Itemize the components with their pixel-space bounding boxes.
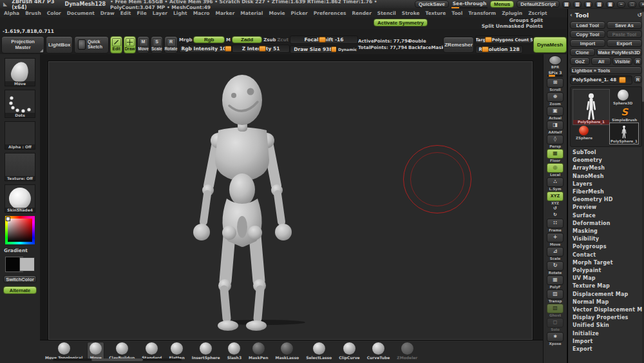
alternate-button[interactable]: Alternate	[3, 286, 37, 294]
goz-button[interactable]: GoZ	[570, 57, 590, 65]
lightbox-tools-button[interactable]: Lightbox » Tools	[570, 66, 642, 74]
mrgb-button[interactable]: Mrgb	[179, 37, 192, 43]
active-tool-slider[interactable]: PolySphere_1. 48	[570, 75, 632, 84]
right-shelf-button[interactable]: ▦ Floor	[547, 149, 564, 162]
subpalette-section[interactable]: Texture Map	[570, 282, 642, 290]
resolution-slider[interactable]: Resolution 128	[475, 45, 523, 54]
brush-item[interactable]: ClayBuildup	[106, 342, 137, 360]
menu-item[interactable]: Material	[240, 10, 263, 16]
subpalette-section[interactable]: Import	[570, 338, 642, 346]
zremesher-button[interactable]: ZRemesher	[443, 37, 474, 53]
menu-item[interactable]: Stencil	[377, 10, 396, 16]
focal-shift-slider[interactable]: Focal Shift -16	[290, 35, 358, 44]
subpalette-section[interactable]: Masking	[570, 228, 642, 235]
tray-scrollbar[interactable]	[53, 358, 182, 361]
make-polymesh3d-button[interactable]: Make PolyMesh3D	[596, 48, 642, 56]
collapse-chevron-icon[interactable]: ‹	[570, 12, 573, 18]
brush-item[interactable]: ClipCurve	[336, 342, 362, 360]
zsub-button[interactable]: Zsub	[263, 37, 276, 43]
subpalette-section[interactable]: Surface	[570, 212, 642, 220]
save-as-button[interactable]: Save As	[607, 21, 642, 29]
bpr-render-button[interactable]: BPR	[549, 55, 562, 69]
right-shelf-button[interactable]: ↻	[547, 212, 563, 218]
see-through-slider[interactable]: See-through	[451, 1, 488, 8]
texture-thumbnail[interactable]: Texture: Off	[5, 153, 35, 181]
menu-item[interactable]: Color	[47, 10, 61, 16]
menu-item[interactable]: Brush	[25, 10, 41, 16]
menu-item[interactable]: Marker	[216, 10, 235, 16]
alpha-thumbnail[interactable]: Alpha : Off	[5, 121, 35, 150]
brush-item[interactable]: MaskPen	[246, 342, 270, 360]
paste-tool-button[interactable]: Paste Tool	[607, 30, 642, 38]
subpalette-section[interactable]: Geometry HD	[570, 196, 642, 204]
subpalette-section[interactable]: FiberMesh	[570, 188, 642, 196]
menu-item[interactable]: Edit	[120, 10, 131, 16]
m-button[interactable]: M	[226, 37, 231, 43]
secondary-color-swatch[interactable]	[19, 257, 35, 271]
clone-button[interactable]: Clone	[570, 48, 595, 56]
subpalette-section[interactable]: Vector Displacement Map	[570, 306, 642, 314]
projection-master-button[interactable]: Projection Master	[1, 36, 44, 54]
see-through-track[interactable]	[451, 7, 488, 8]
right-shelf-button[interactable]: ⊕ Zoom	[547, 92, 564, 106]
menu-item[interactable]: Render	[352, 10, 371, 16]
subpalette-section[interactable]: Polygroups	[570, 243, 642, 251]
right-shelf-button[interactable]: ∴ L.Sym	[547, 177, 564, 191]
menu-item[interactable]: Light	[173, 10, 187, 16]
right-shelf-button[interactable]: ∗ Xpose	[547, 332, 564, 346]
menu-item[interactable]: Draw	[100, 10, 115, 16]
subpalette-section[interactable]: Geometry	[570, 157, 642, 164]
right-shelf-button[interactable]: ∷ Frame	[547, 219, 564, 232]
menu-item[interactable]: Layer	[153, 10, 167, 16]
spix-slider[interactable]: SPix 3	[547, 70, 563, 77]
default-zscript-button[interactable]: DefaultZScript	[516, 1, 560, 8]
subpalette-section[interactable]: Export	[570, 346, 642, 353]
menu-item[interactable]: Texture	[426, 10, 446, 16]
export-button[interactable]: Export	[607, 39, 642, 47]
switchcolor-button[interactable]: SwitchColor	[3, 275, 37, 283]
right-shelf-button[interactable]: ↻ Rotate	[547, 261, 564, 275]
brush-item[interactable]: Flatten	[166, 342, 187, 360]
material-thumbnail[interactable]: SkinShade4	[5, 184, 35, 213]
quick-sketch-button[interactable]: Quick Sketch	[74, 36, 109, 54]
zadd-button[interactable]: Zadd	[232, 36, 262, 43]
goz-visible-button[interactable]: Visible	[612, 57, 632, 65]
tool-slider-r-button[interactable]: R	[634, 75, 642, 83]
menu-item[interactable]: Document	[67, 10, 95, 16]
window-control-icon[interactable]: −	[617, 1, 625, 8]
sphere3d-tool[interactable]: Sphere3D	[613, 90, 632, 105]
quicksave-button[interactable]: QuickSave	[415, 1, 449, 8]
zcut-button[interactable]: Zcut	[277, 37, 289, 43]
subpalette-section[interactable]: Normal Map	[570, 299, 642, 306]
color-picker[interactable]	[5, 216, 35, 244]
right-shelf-button[interactable]: ◎ Local	[547, 163, 564, 177]
dynamic-toggle[interactable]: Dynamic	[338, 47, 357, 52]
rotate-gizmo-button[interactable]: R Rotate	[164, 36, 178, 54]
viewport-canvas[interactable]	[40, 54, 544, 342]
z-intensity-slider[interactable]: Z Intensity 51	[232, 44, 290, 53]
subpalette-section[interactable]: Preview	[570, 204, 642, 211]
gradient-label[interactable]: Gradient	[4, 248, 28, 253]
move-gizmo-button[interactable]: M Move	[137, 36, 149, 54]
menus-button[interactable]: Menus	[490, 1, 514, 8]
subpalette-section[interactable]: NanoMesh	[570, 173, 642, 181]
menu-item[interactable]: Picker	[291, 10, 308, 16]
simplebrush-tool[interactable]: S SimpleBrush	[612, 108, 637, 122]
subpalette-section[interactable]: ArrayMesh	[570, 164, 642, 172]
polysphere-tool-selected[interactable]: PolySphere_1	[609, 123, 639, 144]
right-shelf-button[interactable]: ▣ Actual	[547, 106, 564, 120]
target-polygons-slider[interactable]: Target Polygons Count 5	[475, 35, 533, 44]
subpalette-section[interactable]: Morph Target	[570, 259, 642, 267]
scale-gizmo-button[interactable]: S Scale	[151, 36, 163, 54]
brush-item[interactable]: Slash3	[225, 342, 244, 360]
goz-r-button[interactable]: R	[634, 57, 642, 65]
right-shelf-button[interactable]: ◊ Persp	[547, 135, 564, 148]
goz-all-button[interactable]: All	[591, 57, 611, 65]
menu-item[interactable]: Zplugin	[502, 10, 522, 16]
subpalette-section[interactable]: Deformation	[570, 220, 642, 228]
menu-item[interactable]: Zscript	[528, 10, 547, 16]
lightbox-button[interactable]: LightBox	[46, 36, 73, 54]
dynamesh-button[interactable]: DynaMesh	[533, 37, 567, 53]
menu-item[interactable]: Tool	[451, 10, 462, 16]
mannequin-model[interactable]	[147, 63, 340, 334]
